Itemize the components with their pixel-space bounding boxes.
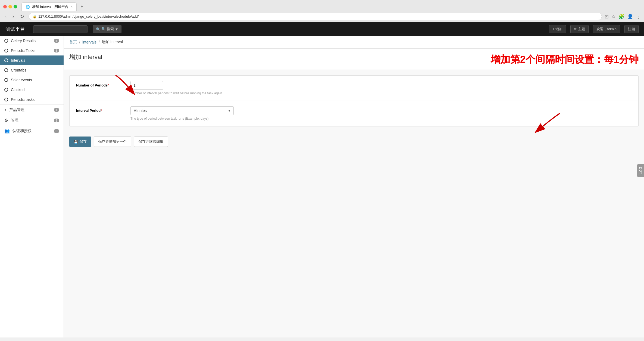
sidebar-label-periodic-tasks: Periodic Tasks (11, 48, 35, 53)
translate-icon[interactable]: ⊡ (605, 14, 609, 20)
search-container (33, 25, 87, 33)
minimize-button[interactable] (8, 5, 12, 8)
save-icon: 💾 (74, 140, 78, 144)
breadcrumb-home[interactable]: 首页 (69, 40, 77, 45)
music-icon: ♪ (4, 107, 7, 112)
form-row-interval-period: Interval Period* Days Hours Minutes Seco… (70, 101, 638, 126)
tab-label: 增加 interval | 测试平台 (32, 4, 68, 9)
required-asterisk-2: * (101, 108, 102, 113)
add-button[interactable]: + 增加 (549, 25, 566, 33)
sidebar-item-clocked[interactable]: Clocked (0, 85, 64, 95)
lock-icon: 🔒 (33, 15, 37, 18)
save-button[interactable]: 💾 保存 (69, 137, 91, 147)
breadcrumb-section[interactable]: intervals (82, 40, 96, 44)
circle-icon-4 (4, 68, 8, 72)
new-tab-button[interactable]: + (78, 2, 86, 11)
sidebar-label-celery-results: Celery Results (11, 39, 36, 43)
sidebar-item-intervals[interactable]: Intervals (0, 55, 64, 65)
sidebar-label-clocked: Clocked (11, 88, 25, 92)
circle-icon-6 (4, 88, 8, 92)
save-and-continue-button[interactable]: 保存并继续编辑 (134, 137, 168, 147)
sidebar-badge-celery-results: 1 (54, 39, 59, 43)
breadcrumb-sep-2: / (99, 40, 100, 44)
circle-icon-3 (4, 58, 8, 62)
interval-period-help: The type of period between task runs (Ex… (130, 117, 632, 120)
circle-icon (4, 39, 8, 43)
extensions-icon[interactable]: 🧩 (618, 14, 624, 20)
breadcrumb-sep-1: / (79, 40, 80, 44)
tab-close-button[interactable]: × (71, 5, 73, 9)
bookmark-icon[interactable]: ☆ (611, 14, 616, 20)
search-button[interactable]: 🔍 🔍 搜索 ▼ (93, 25, 121, 33)
section-label-product-mgmt: 产品管理 (9, 107, 24, 112)
theme-button[interactable]: ✏ 主题 (570, 25, 589, 33)
form-row-number-of-periods: Number of Periods* Number of interval pe… (70, 76, 638, 101)
sidebar: Celery Results 1 Periodic Tasks 5 Interv… (0, 36, 64, 337)
app-header: 测试平台 🔍 🔍 搜索 ▼ + 增加 ✏ 主题 欢迎，admin 注销 (0, 22, 644, 36)
sidebar-label-crontabs: Crontabs (11, 68, 26, 72)
search-input[interactable] (37, 27, 72, 31)
breadcrumb: 首页 / intervals / 增加 interval (64, 36, 644, 49)
page-header: 增加 interval 增加第2个间隔时间设置：每1分钟 (64, 49, 644, 70)
address-bar[interactable]: 🔒 127.0.0.1:8000/admin/django_celery_bea… (29, 13, 602, 20)
number-of-periods-label: Number of Periods* (76, 81, 130, 87)
section-label-auth: 认证和授权 (12, 129, 32, 134)
breadcrumb-current: 增加 interval (102, 40, 123, 45)
profile-icon[interactable]: 👤 (627, 14, 633, 20)
sidebar-item-periodic-tasks-2[interactable]: Periodic tasks (0, 95, 64, 104)
section-badge-mgmt: 1 (54, 119, 59, 122)
back-button[interactable]: ‹ (3, 13, 8, 20)
section-label-mgmt: 管理 (11, 118, 18, 123)
browser-tab[interactable]: 🌐 增加 interval | 测试平台 × (21, 2, 77, 11)
required-asterisk-1: * (108, 83, 109, 87)
logout-button[interactable]: 注销 (624, 25, 639, 33)
sidebar-section-auth[interactable]: 👥 认证和授权 3 (0, 126, 64, 136)
sidebar-item-crontabs[interactable]: Crontabs (0, 65, 64, 75)
sidebar-label-periodic-tasks-2: Periodic tasks (11, 97, 35, 102)
sidebar-item-periodic-tasks[interactable]: Periodic Tasks 5 (0, 46, 64, 55)
main-content: 首页 / intervals / 增加 interval 增加 interval… (64, 36, 644, 337)
app-title: 测试平台 (5, 26, 25, 32)
search-icon: 🔍 (96, 27, 100, 31)
number-of-periods-input[interactable] (130, 81, 163, 90)
sidebar-item-celery-results[interactable]: Celery Results 1 (0, 36, 64, 46)
sidebar-label-solar-events: Solar events (11, 78, 32, 82)
save-and-add-button[interactable]: 保存并增加另一个 (94, 137, 131, 147)
menu-icon[interactable]: ⋮ (636, 14, 641, 20)
forward-button[interactable]: › (11, 13, 16, 20)
sidebar-section-product-mgmt[interactable]: ♪ 产品管理 1 (0, 105, 64, 115)
annotation-text: 增加第2个间隔时间设置：每1分钟 (491, 53, 639, 66)
page-title: 增加 interval (69, 53, 102, 61)
sidebar-section-mgmt[interactable]: ⚙ 管理 1 (0, 115, 64, 126)
gear-icon: ⚙ (4, 118, 8, 123)
url-text: 127.0.0.1:8000/admin/django_celery_beat/… (38, 14, 139, 18)
circle-icon-5 (4, 78, 8, 82)
header-actions: + 增加 ✏ 主题 欢迎，admin 注销 (549, 25, 639, 33)
welcome-button[interactable]: 欢迎，admin (593, 25, 620, 33)
sidebar-label-intervals: Intervals (11, 58, 25, 63)
circle-icon-7 (4, 98, 8, 101)
ddt-side-tab[interactable]: DDT (637, 164, 644, 177)
interval-period-select-wrapper: Days Hours Minutes Seconds Microseconds … (130, 106, 234, 115)
sidebar-item-solar-events[interactable]: Solar events (0, 75, 64, 85)
section-badge-product-mgmt: 1 (54, 108, 59, 112)
interval-period-label: Interval Period* (76, 106, 130, 113)
action-bar: 💾 保存 保存并增加另一个 保存并继续编辑 (64, 132, 644, 151)
sidebar-badge-periodic-tasks: 5 (54, 49, 59, 52)
number-of-periods-field: Number of interval periods to wait befor… (130, 81, 632, 95)
interval-period-select[interactable]: Days Hours Minutes Seconds Microseconds (130, 106, 234, 115)
interval-period-field: Days Hours Minutes Seconds Microseconds … (130, 106, 632, 120)
search-dropdown-icon: ▼ (115, 27, 118, 31)
maximize-button[interactable] (14, 5, 17, 8)
close-button[interactable] (3, 5, 7, 8)
circle-icon-2 (4, 49, 8, 52)
number-of-periods-help: Number of interval periods to wait befor… (130, 91, 632, 95)
users-icon: 👥 (4, 128, 10, 134)
form-container: Number of Periods* Number of interval pe… (69, 75, 639, 126)
section-badge-auth: 3 (54, 129, 59, 133)
refresh-button[interactable]: ↻ (18, 13, 26, 20)
